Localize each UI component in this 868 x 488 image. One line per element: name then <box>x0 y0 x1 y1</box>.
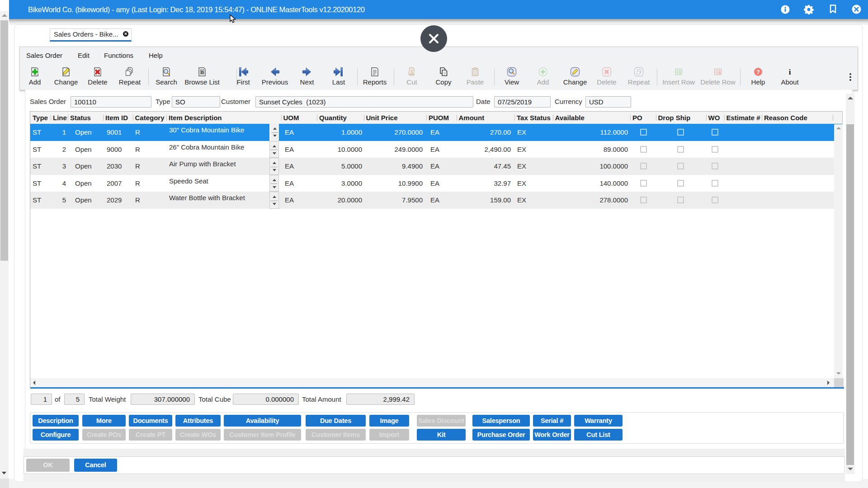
svg-text:i: i <box>789 68 791 76</box>
svg-text:B: B <box>201 70 204 75</box>
svg-text:?: ? <box>756 69 760 75</box>
